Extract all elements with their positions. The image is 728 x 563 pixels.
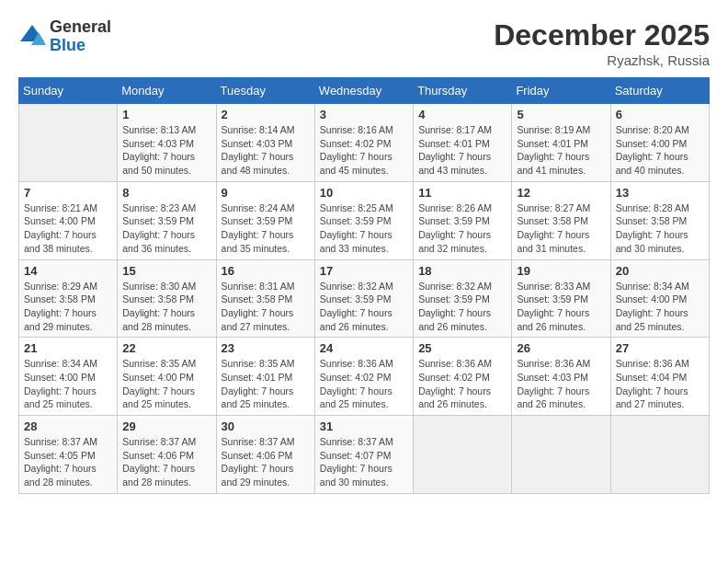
calendar-cell: [414, 416, 512, 494]
calendar-week-2: 14Sunrise: 8:29 AMSunset: 3:58 PMDayligh…: [19, 259, 710, 338]
day-info: Sunrise: 8:33 AMSunset: 3:59 PMDaylight:…: [517, 280, 605, 334]
calendar-cell: 6Sunrise: 8:20 AMSunset: 4:00 PMDaylight…: [610, 104, 709, 182]
day-info: Sunrise: 8:34 AMSunset: 4:00 PMDaylight:…: [616, 280, 704, 334]
day-info: Sunrise: 8:37 AMSunset: 4:05 PMDaylight:…: [24, 435, 112, 489]
day-number: 28: [24, 419, 112, 433]
day-number: 11: [418, 186, 506, 200]
day-number: 9: [222, 186, 310, 200]
day-info: Sunrise: 8:29 AMSunset: 3:58 PMDaylight:…: [24, 280, 112, 334]
day-info: Sunrise: 8:25 AMSunset: 3:59 PMDaylight:…: [320, 201, 408, 256]
day-number: 26: [517, 341, 605, 355]
month-title: December 2025: [494, 18, 710, 52]
calendar-cell: 23Sunrise: 8:35 AMSunset: 4:01 PMDayligh…: [216, 338, 314, 416]
day-number: 22: [122, 341, 210, 355]
logo-text: General Blue: [50, 18, 111, 55]
location: Ryazhsk, Russia: [494, 52, 710, 68]
logo-blue: Blue: [50, 37, 111, 55]
day-info: Sunrise: 8:19 AMSunset: 4:01 PMDaylight:…: [517, 123, 605, 178]
calendar-cell: [19, 104, 118, 182]
header-cell-sunday: Sunday: [19, 78, 118, 104]
day-info: Sunrise: 8:17 AMSunset: 4:01 PMDaylight:…: [418, 123, 506, 178]
day-info: Sunrise: 8:36 AMSunset: 4:04 PMDaylight:…: [616, 357, 704, 411]
day-number: 29: [122, 419, 210, 433]
day-info: Sunrise: 8:36 AMSunset: 4:02 PMDaylight:…: [418, 357, 506, 411]
day-info: Sunrise: 8:34 AMSunset: 4:00 PMDaylight:…: [24, 357, 112, 411]
calendar-cell: 2Sunrise: 8:14 AMSunset: 4:03 PMDaylight…: [216, 104, 314, 182]
day-number: 23: [222, 341, 310, 355]
calendar-cell: 11Sunrise: 8:26 AMSunset: 3:59 PMDayligh…: [414, 181, 512, 259]
calendar-cell: 7Sunrise: 8:21 AMSunset: 4:00 PMDaylight…: [19, 181, 118, 259]
calendar-body: 1Sunrise: 8:13 AMSunset: 4:03 PMDaylight…: [19, 104, 710, 494]
day-info: Sunrise: 8:36 AMSunset: 4:02 PMDaylight:…: [320, 357, 408, 411]
day-number: 13: [616, 186, 704, 200]
calendar-cell: 29Sunrise: 8:37 AMSunset: 4:06 PMDayligh…: [118, 416, 216, 494]
day-info: Sunrise: 8:13 AMSunset: 4:03 PMDaylight:…: [122, 123, 210, 178]
calendar-cell: 27Sunrise: 8:36 AMSunset: 4:04 PMDayligh…: [610, 338, 709, 416]
calendar-cell: 15Sunrise: 8:30 AMSunset: 3:58 PMDayligh…: [118, 259, 216, 338]
calendar-cell: 26Sunrise: 8:36 AMSunset: 4:03 PMDayligh…: [512, 338, 610, 416]
calendar-cell: 14Sunrise: 8:29 AMSunset: 3:58 PMDayligh…: [19, 259, 118, 338]
day-number: 5: [517, 108, 605, 121]
header-row: SundayMondayTuesdayWednesdayThursdayFrid…: [19, 78, 710, 104]
page-header: General Blue December 2025 Ryazhsk, Russ…: [18, 18, 710, 68]
calendar-cell: 9Sunrise: 8:24 AMSunset: 3:59 PMDaylight…: [216, 181, 314, 259]
day-info: Sunrise: 8:36 AMSunset: 4:03 PMDaylight:…: [517, 357, 605, 411]
day-info: Sunrise: 8:37 AMSunset: 4:07 PMDaylight:…: [320, 435, 408, 489]
day-number: 15: [122, 264, 210, 278]
day-info: Sunrise: 8:32 AMSunset: 3:59 PMDaylight:…: [418, 280, 506, 334]
calendar-cell: 30Sunrise: 8:37 AMSunset: 4:06 PMDayligh…: [216, 416, 314, 494]
day-number: 8: [122, 186, 210, 200]
header-cell-saturday: Saturday: [610, 78, 709, 104]
calendar-cell: 28Sunrise: 8:37 AMSunset: 4:05 PMDayligh…: [19, 416, 118, 494]
day-number: 14: [24, 264, 112, 278]
calendar-week-0: 1Sunrise: 8:13 AMSunset: 4:03 PMDaylight…: [19, 104, 710, 182]
calendar-cell: 10Sunrise: 8:25 AMSunset: 3:59 PMDayligh…: [314, 181, 413, 259]
day-info: Sunrise: 8:21 AMSunset: 4:00 PMDaylight:…: [24, 201, 112, 256]
day-info: Sunrise: 8:26 AMSunset: 3:59 PMDaylight:…: [418, 201, 506, 256]
day-number: 3: [320, 108, 408, 121]
calendar-cell: [610, 416, 709, 494]
day-number: 4: [418, 108, 506, 121]
day-info: Sunrise: 8:14 AMSunset: 4:03 PMDaylight:…: [222, 123, 310, 178]
day-number: 24: [320, 341, 408, 355]
calendar-cell: 22Sunrise: 8:35 AMSunset: 4:00 PMDayligh…: [118, 338, 216, 416]
day-info: Sunrise: 8:37 AMSunset: 4:06 PMDaylight:…: [222, 435, 310, 489]
day-number: 10: [320, 186, 408, 200]
calendar-cell: 19Sunrise: 8:33 AMSunset: 3:59 PMDayligh…: [512, 259, 610, 338]
day-info: Sunrise: 8:16 AMSunset: 4:02 PMDaylight:…: [320, 123, 408, 178]
calendar-cell: 18Sunrise: 8:32 AMSunset: 3:59 PMDayligh…: [414, 259, 512, 338]
logo-general: General: [50, 18, 111, 37]
day-info: Sunrise: 8:23 AMSunset: 3:59 PMDaylight:…: [122, 201, 210, 256]
day-number: 2: [222, 108, 310, 121]
day-info: Sunrise: 8:27 AMSunset: 3:58 PMDaylight:…: [517, 201, 605, 256]
day-info: Sunrise: 8:35 AMSunset: 4:01 PMDaylight:…: [222, 357, 310, 411]
day-number: 12: [517, 186, 605, 200]
calendar-cell: 24Sunrise: 8:36 AMSunset: 4:02 PMDayligh…: [314, 338, 413, 416]
day-number: 20: [616, 264, 704, 278]
calendar-cell: 17Sunrise: 8:32 AMSunset: 3:59 PMDayligh…: [314, 259, 413, 338]
calendar-cell: 20Sunrise: 8:34 AMSunset: 4:00 PMDayligh…: [610, 259, 709, 338]
day-number: 19: [517, 264, 605, 278]
day-info: Sunrise: 8:31 AMSunset: 3:58 PMDaylight:…: [222, 280, 310, 334]
day-info: Sunrise: 8:24 AMSunset: 3:59 PMDaylight:…: [222, 201, 310, 256]
calendar-header: SundayMondayTuesdayWednesdayThursdayFrid…: [19, 78, 710, 104]
day-info: Sunrise: 8:20 AMSunset: 4:00 PMDaylight:…: [616, 123, 704, 178]
calendar-cell: 1Sunrise: 8:13 AMSunset: 4:03 PMDaylight…: [118, 104, 216, 182]
day-info: Sunrise: 8:28 AMSunset: 3:58 PMDaylight:…: [616, 201, 704, 256]
day-info: Sunrise: 8:37 AMSunset: 4:06 PMDaylight:…: [122, 435, 210, 489]
calendar-cell: 31Sunrise: 8:37 AMSunset: 4:07 PMDayligh…: [314, 416, 413, 494]
calendar-cell: 5Sunrise: 8:19 AMSunset: 4:01 PMDaylight…: [512, 104, 610, 182]
header-cell-tuesday: Tuesday: [216, 78, 314, 104]
day-number: 7: [24, 186, 112, 200]
day-number: 1: [122, 108, 210, 121]
day-info: Sunrise: 8:30 AMSunset: 3:58 PMDaylight:…: [122, 280, 210, 334]
calendar-week-3: 21Sunrise: 8:34 AMSunset: 4:00 PMDayligh…: [19, 338, 710, 416]
calendar-cell: 21Sunrise: 8:34 AMSunset: 4:00 PMDayligh…: [19, 338, 118, 416]
day-info: Sunrise: 8:32 AMSunset: 3:59 PMDaylight:…: [320, 280, 408, 334]
logo: General Blue: [18, 18, 111, 55]
logo-icon: [18, 23, 46, 51]
title-block: December 2025 Ryazhsk, Russia: [494, 18, 710, 68]
day-number: 17: [320, 264, 408, 278]
calendar-cell: 4Sunrise: 8:17 AMSunset: 4:01 PMDaylight…: [414, 104, 512, 182]
calendar-cell: [512, 416, 610, 494]
